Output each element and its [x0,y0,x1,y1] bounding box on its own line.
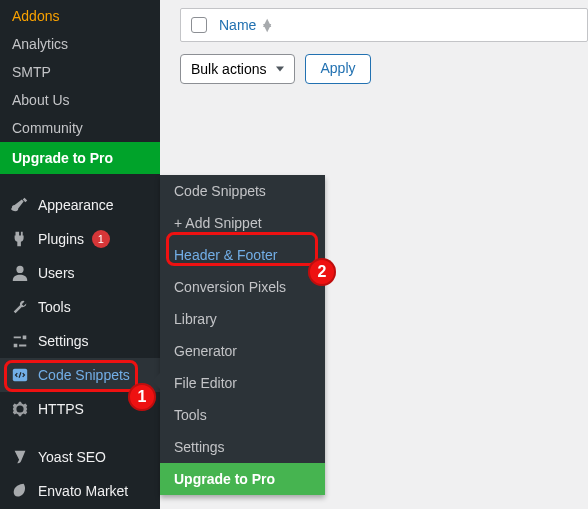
sidebar-sub-community[interactable]: Community [0,114,160,142]
code-icon [10,366,30,384]
sort-icon: ▲▼ [260,20,274,30]
sidebar-item-label: Tools [38,299,71,315]
submenu-item-conversion-pixels[interactable]: Conversion Pixels [160,271,325,303]
submenu-item-file-editor[interactable]: File Editor [160,367,325,399]
code-snippets-submenu: Code Snippets + Add Snippet Header & Foo… [160,175,325,495]
sidebar-item-settings[interactable]: Settings [0,324,160,358]
sidebar-item-label: Users [38,265,75,281]
sidebar-main-section: Appearance Plugins 1 Users Tools Setting… [0,188,160,508]
bulk-actions-row: Bulk actions Apply [180,54,588,84]
wrench-icon [10,298,30,316]
annotation-marker-2: 2 [308,258,336,286]
sidebar-item-label: Appearance [38,197,114,213]
yoast-icon [10,448,30,466]
plug-icon [10,230,30,248]
update-badge: 1 [92,230,110,248]
gear-icon [10,400,30,418]
column-name-header[interactable]: Name ▲▼ [219,17,274,33]
bulk-actions-select[interactable]: Bulk actions [180,54,295,84]
brush-icon [10,196,30,214]
svg-point-0 [16,266,23,273]
sidebar-item-label: Envato Market [38,483,128,499]
sidebar-item-label: HTTPS [38,401,84,417]
submenu-item-library[interactable]: Library [160,303,325,335]
user-icon [10,264,30,282]
submenu-item-generator[interactable]: Generator [160,335,325,367]
annotation-marker-1: 1 [128,383,156,411]
submenu-item-settings[interactable]: Settings [160,431,325,463]
sidebar-item-yoast[interactable]: Yoast SEO [0,440,160,474]
sidebar-item-label: Yoast SEO [38,449,106,465]
sidebar-sub-analytics[interactable]: Analytics [0,30,160,58]
apply-button[interactable]: Apply [305,54,370,84]
sidebar-subsection: Addons Analytics SMTP About Us Community [0,0,160,142]
table-header-row: Name ▲▼ [180,8,588,42]
submenu-item-code-snippets[interactable]: Code Snippets [160,175,325,207]
submenu-item-add-snippet[interactable]: + Add Snippet [160,207,325,239]
sliders-icon [10,332,30,350]
sidebar-item-tools[interactable]: Tools [0,290,160,324]
sidebar-item-label: Code Snippets [38,367,130,383]
sidebar-sub-smtp[interactable]: SMTP [0,58,160,86]
sidebar-item-label: Plugins [38,231,84,247]
submenu-item-header-footer[interactable]: Header & Footer [160,239,325,271]
sidebar-item-appearance[interactable]: Appearance [0,188,160,222]
sidebar-upgrade-button[interactable]: Upgrade to Pro [0,142,160,174]
admin-sidebar: Addons Analytics SMTP About Us Community… [0,0,160,509]
sidebar-item-users[interactable]: Users [0,256,160,290]
submenu-item-tools[interactable]: Tools [160,399,325,431]
leaf-icon [10,482,30,500]
column-label: Name [219,17,256,33]
submenu-upgrade-button[interactable]: Upgrade to Pro [160,463,325,495]
content-area: Name ▲▼ Bulk actions Apply [180,0,588,84]
sidebar-item-label: Settings [38,333,89,349]
sidebar-item-envato[interactable]: Envato Market [0,474,160,508]
select-all-checkbox[interactable] [191,17,207,33]
sidebar-item-plugins[interactable]: Plugins 1 [0,222,160,256]
sidebar-sub-addons[interactable]: Addons [0,2,160,30]
sidebar-sub-about[interactable]: About Us [0,86,160,114]
